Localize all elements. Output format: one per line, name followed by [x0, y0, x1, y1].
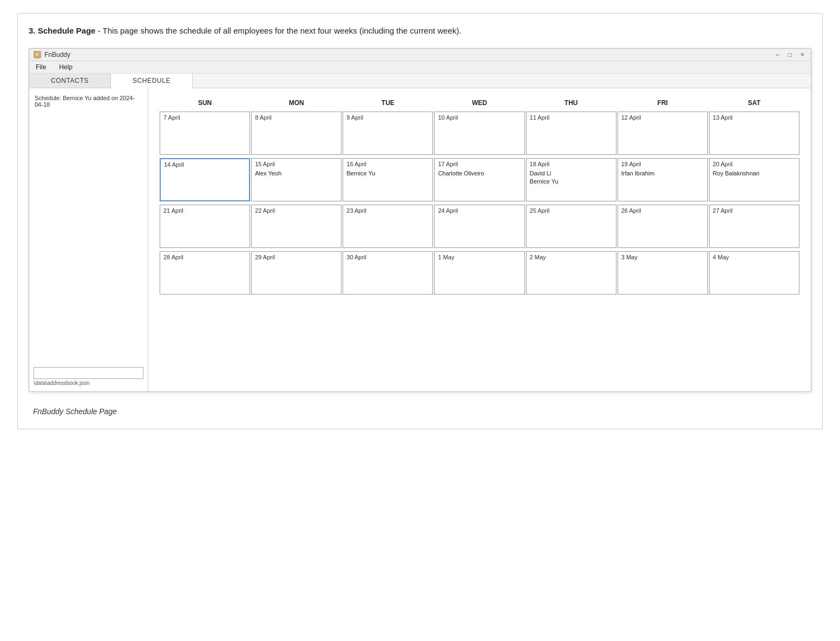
app-body: Schedule: Bernice Yu added on 2024-04-18… [29, 88, 811, 391]
week-row-4: 28 April 29 April 30 April 1 May 2 May 3… [159, 251, 800, 295]
day-cell-23apr: 23 April [343, 205, 433, 248]
day-cell-18apr: 18 April David Li Bernice Yu [526, 158, 616, 201]
header-sat: SAT [708, 97, 800, 109]
day-cell-14apr: 14 April [160, 158, 250, 201]
title-bar: F FnBuddy – □ × [29, 49, 811, 61]
page-container: 3. Schedule Page - This page shows the s… [17, 13, 823, 429]
week-row-1: 7 April 8 April 9 April 10 April 11 Apri… [159, 111, 800, 155]
day-cell-21apr: 21 April [160, 205, 250, 248]
week-row-2: 14 April 15 April Alex Yeoh 16 April Ber… [159, 158, 800, 202]
day-cell-15apr: 15 April Alex Yeoh [251, 158, 342, 201]
day-cell-11apr: 11 April [526, 112, 616, 155]
day-cell-2may: 2 May [526, 251, 616, 295]
day-cell-9apr: 9 April [343, 112, 433, 155]
header-mon: MON [251, 97, 342, 109]
day-cell-26apr: 26 April [618, 205, 708, 248]
day-cell-3may: 3 May [618, 251, 708, 295]
step-description: 3. Schedule Page - This page shows the s… [29, 24, 811, 37]
day-cell-22apr: 22 April [251, 205, 342, 248]
sidebar-status: Schedule: Bernice Yu added on 2024-04-18 [34, 93, 143, 112]
day-cell-29apr: 29 April [251, 251, 342, 295]
day-cell-10apr: 10 April [434, 112, 524, 155]
minimize-button[interactable]: – [773, 51, 782, 58]
day-cell-24apr: 24 April [434, 205, 524, 248]
day-cell-4may: 4 May [709, 251, 799, 295]
header-fri: FRI [617, 97, 708, 109]
day-cell-19apr: 19 April Irfan Ibrahim [618, 158, 708, 201]
week-row-3: 21 April 22 April 23 April 24 April 25 A… [159, 204, 800, 248]
day-cell-13apr: 13 April [709, 112, 799, 155]
tab-contacts[interactable]: CONTACTS [29, 74, 111, 88]
main-content: SUN MON TUE WED THU FRI SAT 7 April 8 Ap… [148, 88, 811, 391]
day-cell-28apr: 28 April [160, 251, 250, 295]
day-cell-27apr: 27 April [709, 205, 799, 248]
nav-tabs: CONTACTS SCHEDULE [29, 74, 811, 88]
header-thu: THU [526, 97, 617, 109]
app-title: FnBuddy [44, 51, 70, 58]
title-bar-left: F FnBuddy [34, 51, 70, 58]
maximize-button[interactable]: □ [786, 51, 794, 58]
day-cell-8apr: 8 April [251, 112, 342, 155]
menu-bar: File Help [29, 61, 811, 74]
tab-schedule[interactable]: SCHEDULE [111, 74, 193, 88]
sidebar: Schedule: Bernice Yu added on 2024-04-18… [29, 88, 148, 391]
header-wed: WED [434, 97, 525, 109]
day-cell-20apr: 20 April Roy Balakrishnan [709, 158, 799, 201]
window-controls: – □ × [773, 51, 806, 58]
day-cell-30apr: 30 April [343, 251, 433, 295]
day-cell-12apr: 12 April [618, 112, 708, 155]
app-icon: F [34, 51, 41, 58]
menu-file[interactable]: File [34, 62, 48, 72]
app-window: F FnBuddy – □ × File Help CONTACTS SCHED… [29, 48, 811, 392]
day-cell-1may: 1 May [434, 251, 524, 295]
sidebar-filepath: \data\addressbook.json [34, 379, 143, 387]
day-cell-25apr: 25 April [526, 205, 616, 248]
close-button[interactable]: × [798, 51, 806, 58]
step-bold: 3. Schedule Page [29, 26, 95, 35]
caption: FnBuddy Schedule Page [29, 403, 811, 418]
day-cell-17apr: 17 April Charlotte Oliveiro [434, 158, 524, 201]
menu-help[interactable]: Help [57, 62, 75, 72]
day-cell-7apr: 7 April [160, 112, 250, 155]
header-tue: TUE [342, 97, 434, 109]
sidebar-input[interactable] [34, 367, 143, 379]
day-headers: SUN MON TUE WED THU FRI SAT [159, 97, 800, 109]
day-cell-16apr: 16 April Bernice Yu [343, 158, 433, 201]
header-sun: SUN [159, 97, 251, 109]
calendar-grid: SUN MON TUE WED THU FRI SAT 7 April 8 Ap… [159, 97, 800, 295]
